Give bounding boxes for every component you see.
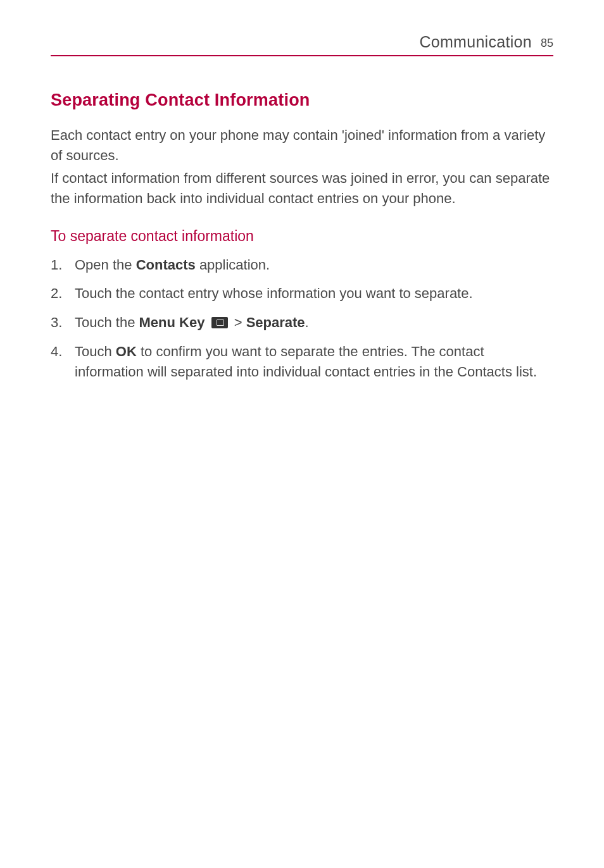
list-number: 4. [51,342,62,362]
bold-text: Separate [246,314,305,330]
list-item: 1. Open the Contacts application. [51,255,553,275]
list-item: 4. Touch OK to confirm you want to separ… [51,342,553,382]
list-number: 2. [51,283,62,304]
page-content: Communication 85 Separating Contact Info… [0,0,604,429]
intro-para-1: Each contact entry on your phone may con… [51,125,553,166]
page-number: 85 [541,37,553,50]
list-item: 3. Touch the Menu Key > Separate. [51,313,553,333]
sub-heading: To separate contact information [51,228,553,245]
step-list: 1. Open the Contacts application. 2. Tou… [51,255,553,382]
list-text: Touch the Menu Key > Separate. [75,314,309,330]
page-header: Communication 85 [51,33,553,56]
list-number: 3. [51,313,62,333]
header-title: Communication [419,33,532,51]
list-item: 2. Touch the contact entry whose informa… [51,283,553,304]
bold-text: Contacts [136,257,196,273]
bold-text: OK [116,344,137,359]
intro-block: Each contact entry on your phone may con… [51,125,553,209]
list-text: Touch the contact entry whose informatio… [75,285,473,301]
list-text: Touch OK to confirm you want to separate… [75,344,537,380]
list-text: Open the Contacts application. [75,257,270,273]
menu-key-icon [211,317,228,328]
bold-text: Menu Key [139,314,205,330]
section-heading: Separating Contact Information [51,90,553,110]
list-number: 1. [51,255,62,275]
intro-para-2: If contact information from different so… [51,168,553,209]
